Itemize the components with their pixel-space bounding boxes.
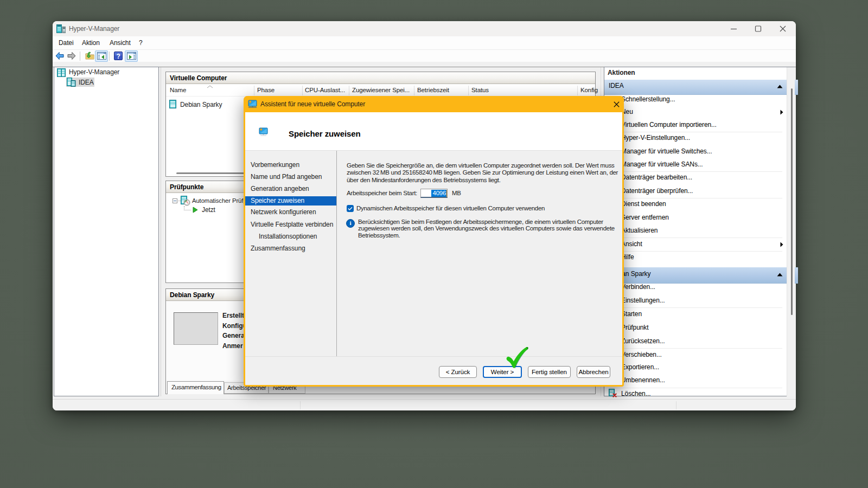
svg-text:?: ? xyxy=(116,53,120,60)
